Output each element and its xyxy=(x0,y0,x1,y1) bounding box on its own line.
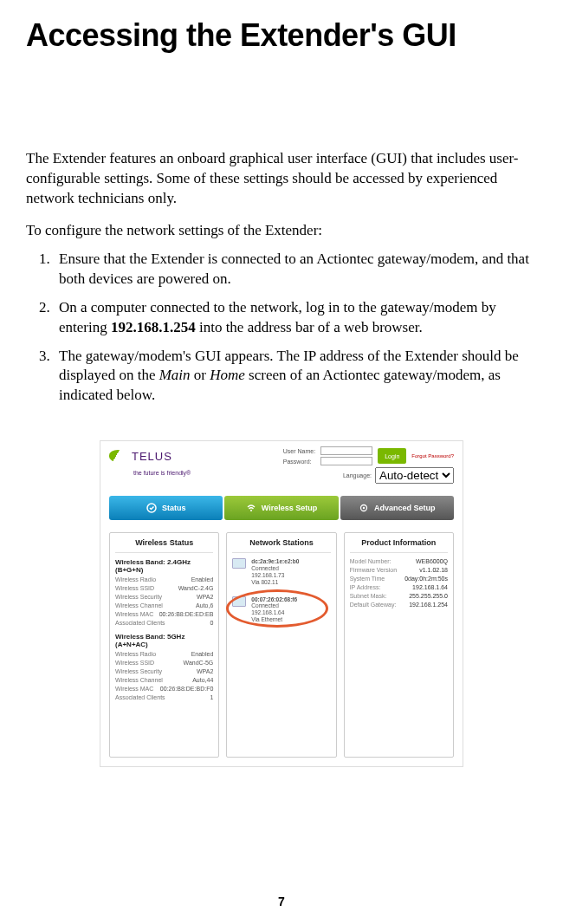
login-button[interactable]: Login xyxy=(378,448,406,464)
page-title: Accessing the Extender's GUI xyxy=(26,17,537,54)
panel-wireless-status: Wireless Status Wireless Band: 2.4GHz (B… xyxy=(109,532,219,758)
password-input[interactable] xyxy=(320,457,372,465)
gear-icon xyxy=(359,503,369,513)
wifi-icon xyxy=(246,503,256,513)
ip-literal: 192.168.1.254 xyxy=(111,319,196,335)
tab-advanced-setup[interactable]: Advanced Setup xyxy=(340,496,454,520)
forgot-password-link[interactable]: Forgot Password? xyxy=(411,453,454,459)
home-screen-ref: Home xyxy=(210,367,245,383)
intro-paragraph: The Extender features an onboard graphic… xyxy=(26,149,537,209)
steps-list: Ensure that the Extender is connected to… xyxy=(26,250,537,407)
station-2: 00:07:26:02:68:f6 Connected 192.168.1.64… xyxy=(232,596,330,623)
main-screen-ref: Main xyxy=(159,367,191,383)
band-5: Wireless Band: 5GHz (A+N+AC) xyxy=(115,633,213,648)
device-icon xyxy=(232,558,246,569)
telus-logo: TELUS xyxy=(109,450,172,463)
panel-product-info: Product Information Model Number:WEB6000… xyxy=(344,532,454,758)
main-tabs: Status Wireless Setup Advanced Setup xyxy=(109,496,454,520)
language-label: Language: xyxy=(343,472,372,478)
tab-status[interactable]: Status xyxy=(109,496,223,520)
login-form: User Name: Password: Login Forgot Passwo… xyxy=(283,446,454,465)
step-1: Ensure that the Extender is connected to… xyxy=(54,250,537,290)
device-icon xyxy=(232,596,246,607)
username-input[interactable] xyxy=(320,446,372,455)
brand-tagline: the future is friendly® xyxy=(133,470,191,476)
panels-row: Wireless Status Wireless Band: 2.4GHz (B… xyxy=(100,532,463,766)
page-number: 7 xyxy=(278,895,285,908)
logo-icon xyxy=(109,450,128,462)
step-3: The gateway/modem's GUI appears. The IP … xyxy=(54,347,537,407)
username-label: User Name: xyxy=(283,448,315,454)
language-select[interactable]: Auto-detect xyxy=(375,467,454,484)
band-24: Wireless Band: 2.4GHz (B+G+N) xyxy=(115,558,213,574)
panel-network-stations: Network Stations dc:2a:9e:1e:e2:b0 Conne… xyxy=(226,532,336,758)
tab-wireless-setup[interactable]: Wireless Setup xyxy=(224,496,338,520)
step-2: On a computer connected to the network, … xyxy=(54,298,537,338)
gateway-gui-screenshot: TELUS User Name: Password: Login Forgot … xyxy=(100,440,463,767)
status-icon xyxy=(146,503,157,513)
svg-point-1 xyxy=(250,510,252,511)
station-1: dc:2a:9e:1e:e2:b0 Connected 192.168.1.73… xyxy=(232,558,330,585)
password-label: Password: xyxy=(283,459,315,465)
svg-point-3 xyxy=(363,507,365,509)
header-bar: TELUS User Name: Password: Login Forgot … xyxy=(100,441,463,467)
lead-paragraph: To configure the network settings of the… xyxy=(26,221,537,241)
